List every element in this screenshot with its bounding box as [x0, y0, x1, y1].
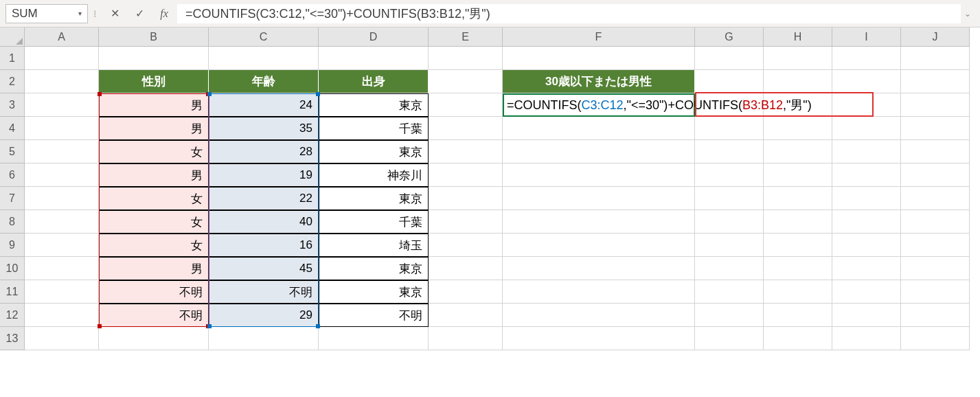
cell-f6[interactable]	[503, 163, 695, 187]
cell-d5[interactable]: 東京	[319, 140, 429, 163]
row-header-13[interactable]: 13	[0, 327, 25, 350]
row-header-5[interactable]: 5	[0, 140, 25, 163]
cell-b9[interactable]: 女	[99, 234, 209, 257]
cell-c11[interactable]: 不明	[209, 280, 319, 304]
cell-b5[interactable]: 女	[99, 140, 209, 163]
cell-g1[interactable]	[695, 47, 764, 70]
cell-c6[interactable]: 19	[209, 163, 319, 187]
cell-g5[interactable]	[695, 140, 764, 163]
row-header-9[interactable]: 9	[0, 234, 25, 257]
cell-i9[interactable]	[832, 234, 901, 257]
cell-i13[interactable]	[832, 327, 901, 350]
cell-c10[interactable]: 45	[209, 257, 319, 280]
cancel-icon[interactable]: ✕	[109, 8, 121, 20]
cell-f11[interactable]	[503, 280, 695, 304]
cell-g10[interactable]	[695, 257, 764, 280]
cell-c13[interactable]	[209, 327, 319, 350]
formula-expand-icon[interactable]: ⌄	[961, 9, 975, 19]
cell-e2[interactable]	[429, 70, 503, 93]
cell-j10[interactable]	[901, 257, 970, 280]
cell-f13[interactable]	[503, 327, 695, 350]
col-header-a[interactable]: A	[25, 27, 99, 47]
cell-c5[interactable]: 28	[209, 140, 319, 163]
cell-g9[interactable]	[695, 234, 764, 257]
cell-a5[interactable]	[25, 140, 99, 163]
cell-c3[interactable]: 24	[209, 93, 319, 117]
cell-a9[interactable]	[25, 234, 99, 257]
cell-h5[interactable]	[764, 140, 832, 163]
cell-f9[interactable]	[503, 234, 695, 257]
cell-i1[interactable]	[832, 47, 901, 70]
cell-h8[interactable]	[764, 210, 832, 234]
cell-b12[interactable]: 不明	[99, 304, 209, 327]
col-header-b[interactable]: B	[99, 27, 209, 47]
cell-j12[interactable]	[901, 304, 970, 327]
cell-h13[interactable]	[764, 327, 832, 350]
cell-b13[interactable]	[99, 327, 209, 350]
header-age[interactable]: 年齢	[209, 70, 319, 93]
cell-f8[interactable]	[503, 210, 695, 234]
cell-a13[interactable]	[25, 327, 99, 350]
cell-a4[interactable]	[25, 117, 99, 140]
cell-e9[interactable]	[429, 234, 503, 257]
cell-j6[interactable]	[901, 163, 970, 187]
cell-e5[interactable]	[429, 140, 503, 163]
cell-d11[interactable]: 東京	[319, 280, 429, 304]
cell-d4[interactable]: 千葉	[319, 117, 429, 140]
cell-j1[interactable]	[901, 47, 970, 70]
cell-b1[interactable]	[99, 47, 209, 70]
cell-j9[interactable]	[901, 234, 970, 257]
cell-f10[interactable]	[503, 257, 695, 280]
cell-g8[interactable]	[695, 210, 764, 234]
col-header-f[interactable]: F	[503, 27, 695, 47]
row-header-1[interactable]: 1	[0, 47, 25, 70]
cell-b11[interactable]: 不明	[99, 280, 209, 304]
cell-a3[interactable]	[25, 93, 99, 117]
cell-i12[interactable]	[832, 304, 901, 327]
cell-h10[interactable]	[764, 257, 832, 280]
cell-i4[interactable]	[832, 117, 901, 140]
cell-j3[interactable]	[901, 93, 970, 117]
cell-h1[interactable]	[764, 47, 832, 70]
cell-i7[interactable]	[832, 187, 901, 210]
cell-h9[interactable]	[764, 234, 832, 257]
cell-g4[interactable]	[695, 117, 764, 140]
cell-d12[interactable]: 不明	[319, 304, 429, 327]
cell-e4[interactable]	[429, 117, 503, 140]
cell-j8[interactable]	[901, 210, 970, 234]
row-header-6[interactable]: 6	[0, 163, 25, 187]
cell-c8[interactable]: 40	[209, 210, 319, 234]
col-header-c[interactable]: C	[209, 27, 319, 47]
cell-e7[interactable]	[429, 187, 503, 210]
formula-input[interactable]: =COUNTIFS(C3:C12,"<=30")+COUNTIFS(B3:B12…	[177, 4, 961, 23]
cell-i10[interactable]	[832, 257, 901, 280]
row-header-4[interactable]: 4	[0, 117, 25, 140]
cell-f1[interactable]	[503, 47, 695, 70]
col-header-d[interactable]: D	[319, 27, 429, 47]
cell-i2[interactable]	[832, 70, 901, 93]
cell-h11[interactable]	[764, 280, 832, 304]
row-header-3[interactable]: 3	[0, 93, 25, 117]
cell-c12[interactable]: 29	[209, 304, 319, 327]
cell-b3[interactable]: 男	[99, 93, 209, 117]
cell-i3[interactable]	[832, 93, 901, 117]
cell-j4[interactable]	[901, 117, 970, 140]
cell-d13[interactable]	[319, 327, 429, 350]
row-header-11[interactable]: 11	[0, 280, 25, 304]
header-result[interactable]: 30歳以下または男性	[503, 70, 695, 93]
row-header-2[interactable]: 2	[0, 70, 25, 93]
cell-b4[interactable]: 男	[99, 117, 209, 140]
cell-g2[interactable]	[695, 70, 764, 93]
name-box[interactable]: SUM ▾	[5, 4, 88, 23]
cell-j2[interactable]	[901, 70, 970, 93]
name-box-dropdown-icon[interactable]: ▾	[78, 10, 82, 17]
cell-h12[interactable]	[764, 304, 832, 327]
cell-i6[interactable]	[832, 163, 901, 187]
col-header-h[interactable]: H	[764, 27, 832, 47]
cell-a10[interactable]	[25, 257, 99, 280]
cell-d8[interactable]: 千葉	[319, 210, 429, 234]
cell-f4[interactable]	[503, 117, 695, 140]
header-gender[interactable]: 性別	[99, 70, 209, 93]
cell-i5[interactable]	[832, 140, 901, 163]
cell-e6[interactable]	[429, 163, 503, 187]
